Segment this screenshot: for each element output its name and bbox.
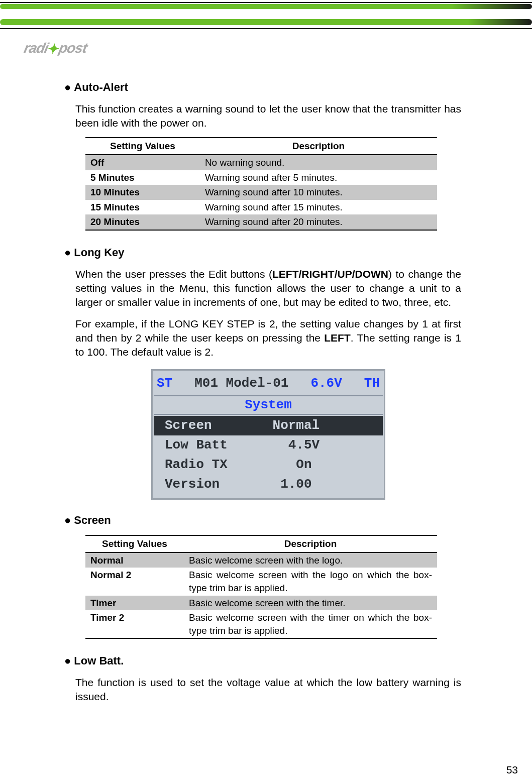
table-row: Off No warning sound. <box>85 155 437 170</box>
table-row: Normal 2 Basic welcome screen with the l… <box>85 568 437 595</box>
table-row: 10 Minutes Warning sound after 10 minute… <box>85 185 437 200</box>
bullet-icon: ● <box>64 654 71 667</box>
setting-value: 10 Minutes <box>85 185 200 200</box>
setting-value: 5 Minutes <box>85 170 200 185</box>
lcd-voltage: 6.6V <box>310 375 342 392</box>
setting-desc: Basic welcome screen with the timer. <box>184 596 437 611</box>
setting-value: 20 Minutes <box>85 214 200 230</box>
screen-table: Setting Values Description Normal Basic … <box>85 535 437 639</box>
table-header: Setting Values <box>85 138 200 155</box>
header-stripe-2 <box>0 19 532 25</box>
table-header: Setting Values <box>85 535 184 552</box>
lcd-th-label: TH <box>364 375 380 392</box>
section-auto-alert: ●Auto-Alert This function creates a warn… <box>64 80 461 231</box>
section-low-batt: ●Low Batt. The function is used to set t… <box>64 654 461 704</box>
lcd-row: Version 1.00 <box>154 475 383 494</box>
setting-value: Timer <box>85 596 184 611</box>
setting-desc: Basic welcome screen with the logo on wh… <box>184 568 437 595</box>
section-title: Auto-Alert <box>74 81 128 93</box>
section-title: Screen <box>74 514 111 526</box>
setting-value: Normal 2 <box>85 568 184 595</box>
lcd-st-label: ST <box>157 375 172 392</box>
header-line-bottom <box>0 28 532 29</box>
table-row: 5 Minutes Warning sound after 5 minutes. <box>85 170 437 185</box>
lcd-row: Low Batt 4.5V <box>154 435 383 455</box>
setting-value: Off <box>85 155 200 170</box>
lcd-row-label: Screen <box>161 417 273 434</box>
setting-desc: Basic welcome screen with the timer on w… <box>184 610 437 638</box>
page-content: ●Auto-Alert This function creates a warn… <box>64 80 461 719</box>
logo-text-pre: radi <box>23 40 50 56</box>
lcd-row-value: 4.5V <box>273 436 376 454</box>
lcd-row-label: Low Batt <box>161 436 273 454</box>
text: When the user presses the Edit buttons ( <box>75 268 272 280</box>
long-key-para-1: When the user presses the Edit buttons (… <box>75 267 461 310</box>
section-title: Long Key <box>74 246 124 259</box>
lcd-row: Radio TX On <box>154 455 383 475</box>
setting-desc: Warning sound after 10 minutes. <box>200 185 437 200</box>
table-row: Normal Basic welcome screen with the log… <box>85 552 437 568</box>
header-line-top <box>0 2 532 3</box>
brand-logo: radi✦post <box>22 40 88 57</box>
table-row: 20 Minutes Warning sound after 20 minute… <box>85 214 437 230</box>
lcd-title: System <box>154 395 383 415</box>
lcd-row-selected: Screen Normal <box>154 416 383 435</box>
setting-desc: No warning sound. <box>200 155 437 170</box>
page-number: 53 <box>506 764 518 776</box>
table-row: 15 Minutes Warning sound after 15 minute… <box>85 200 437 215</box>
section-body-text: The function is used to set the voltage … <box>75 676 461 704</box>
lcd-row-label: Version <box>161 476 273 493</box>
lcd-model-label: M01 Model-01 <box>194 375 288 392</box>
setting-desc: Warning sound after 5 minutes. <box>200 170 437 185</box>
edit-buttons-label: LEFT/RIGHT/UP/DOWN <box>272 268 388 280</box>
bullet-icon: ● <box>64 246 71 259</box>
logo-text-post: post <box>57 40 88 56</box>
table-row: Timer 2 Basic welcome screen with the ti… <box>85 610 437 638</box>
lcd-row-value: On <box>273 456 376 474</box>
setting-value: Timer 2 <box>85 610 184 638</box>
setting-value: Normal <box>85 552 184 568</box>
header-stripe-1 <box>0 4 532 9</box>
table-header: Description <box>200 138 437 155</box>
long-key-para-2: For example, if the LONG KEY STEP is 2, … <box>75 317 461 360</box>
table-row: Timer Basic welcome screen with the time… <box>85 596 437 611</box>
section-screen: ●Screen Setting Values Description Norma… <box>64 513 461 639</box>
setting-value: 15 Minutes <box>85 200 200 215</box>
lcd-row-value: Normal <box>273 417 376 434</box>
setting-desc: Basic welcome screen with the logo. <box>184 552 437 568</box>
lcd-header: ST M01 Model-01 6.6V TH <box>154 375 383 394</box>
text-bold: LEFT <box>324 332 351 344</box>
setting-desc: Warning sound after 15 minutes. <box>200 200 437 215</box>
section-body-text: This function creates a warning sound to… <box>75 102 461 131</box>
bullet-icon: ● <box>64 81 71 93</box>
section-long-key: ●Long Key When the user presses the Edit… <box>64 246 461 498</box>
table-header: Description <box>184 535 437 552</box>
lcd-screenshot: ST M01 Model-01 6.6V TH System Screen No… <box>153 371 384 499</box>
lcd-row-value: 1.00 <box>273 476 376 493</box>
auto-alert-table: Setting Values Description Off No warnin… <box>85 137 437 231</box>
bullet-icon: ● <box>64 514 71 526</box>
section-title: Low Batt. <box>74 654 124 667</box>
lcd-row-label: Radio TX <box>161 456 273 474</box>
setting-desc: Warning sound after 20 minutes. <box>200 214 437 230</box>
